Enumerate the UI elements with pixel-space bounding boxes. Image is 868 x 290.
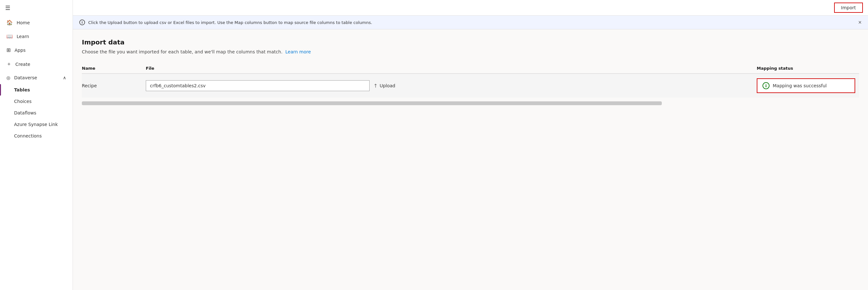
sidebar-item-create-label: Create [16,62,30,67]
home-icon: 🏠 [6,20,13,26]
dataverse-section[interactable]: ◎ Dataverse ∧ [0,71,72,84]
table-header-row: Name File Mapping status [82,63,859,73]
scrollbar-row-container [82,98,859,106]
file-input-area: ↑ Upload [146,80,753,91]
row-name: Recipe [82,73,146,98]
col-header-file: File [146,63,757,73]
sidebar-item-choices[interactable]: Choices [0,96,72,107]
sidebar: ☰ 🏠 Home 📖 Learn ⊞ Apps ＋ Create ◎ Datav… [0,0,73,290]
hamburger-icon[interactable]: ☰ [5,4,10,11]
upload-button-label: Upload [379,83,395,88]
dataverse-label: Dataverse [14,75,37,80]
dataverse-icon: ◎ [6,75,10,80]
sidebar-item-choices-label: Choices [14,99,32,104]
horizontal-scrollbar[interactable] [82,101,662,105]
content-area: Import data Choose the file you want imp… [73,29,868,290]
sidebar-item-connections-label: Connections [14,133,42,138]
create-icon: ＋ [6,61,11,67]
table-row: Recipe ↑ Upload i Mappi [82,73,859,98]
top-bar: Import [73,0,868,16]
import-button[interactable]: Import [834,3,863,13]
mapping-status-box: i Mapping was successful [757,78,855,93]
import-table: Name File Mapping status Recipe ↑ Upload [82,63,859,106]
sidebar-item-home[interactable]: 🏠 Home [0,16,72,29]
sidebar-item-home-label: Home [17,20,30,25]
sidebar-item-apps-label: Apps [14,47,26,53]
row-mapping: i Mapping was successful [757,73,859,98]
sidebar-item-tables[interactable]: Tables [0,84,72,96]
sidebar-item-create[interactable]: ＋ Create [0,57,72,71]
banner-close-button[interactable]: × [858,20,862,25]
apps-icon: ⊞ [6,47,10,53]
page-title: Import data [82,38,859,46]
info-icon: i [79,20,85,25]
mapping-success-icon: i [763,82,770,89]
dataverse-chevron-icon: ∧ [63,75,66,80]
row-file: ↑ Upload [146,73,757,98]
sidebar-item-dataflows-label: Dataflows [14,110,36,116]
sidebar-item-learn[interactable]: 📖 Learn [0,29,72,43]
learn-more-link[interactable]: Learn more [285,49,311,54]
sidebar-item-connections[interactable]: Connections [0,130,72,142]
sidebar-nav: 🏠 Home 📖 Learn ⊞ Apps ＋ Create ◎ Dataver… [0,16,72,142]
mapping-status-text: Mapping was successful [773,83,827,88]
sidebar-item-learn-label: Learn [17,34,29,39]
sidebar-item-apps[interactable]: ⊞ Apps [0,43,72,57]
banner-text: Click the Upload button to upload csv or… [88,20,372,25]
sidebar-item-tables-label: Tables [14,87,30,92]
sidebar-item-azure-synapse[interactable]: Azure Synapse Link [0,119,72,130]
info-banner: i Click the Upload button to upload csv … [73,16,868,29]
page-subtitle: Choose the file you want imported for ea… [82,49,859,54]
upload-button[interactable]: ↑ Upload [373,83,395,89]
col-header-mapping: Mapping status [757,63,859,73]
sidebar-item-azure-synapse-label: Azure Synapse Link [14,122,58,127]
sidebar-item-dataflows[interactable]: Dataflows [0,107,72,119]
upload-arrow-icon: ↑ [373,83,378,89]
learn-icon: 📖 [6,33,13,39]
file-input[interactable] [146,80,370,91]
sidebar-header: ☰ [0,0,72,16]
col-header-name: Name [82,63,146,73]
main-content: Import i Click the Upload button to uplo… [73,0,868,290]
subtitle-text: Choose the file you want imported for ea… [82,49,283,54]
